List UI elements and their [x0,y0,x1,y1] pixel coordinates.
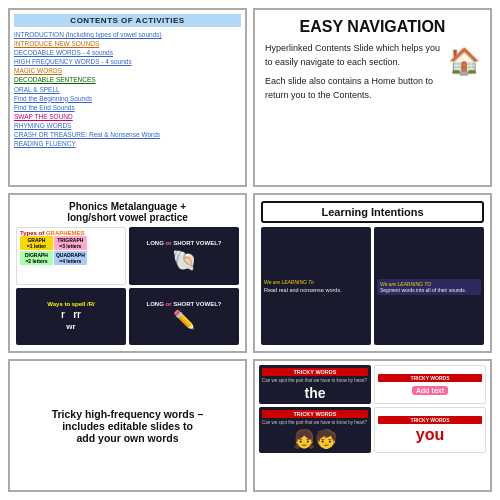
long-short-vowel-slide2: LONG or SHORT VOWEL? ✏️ [129,288,239,345]
tricky-slide-header2: TRICKY WORDS [378,374,482,382]
contents-item[interactable]: Find the Beginning Sounds [14,94,241,103]
nav-body-text1: Hyperlinked Contents Slide which helps y… [265,43,440,67]
pencil-icon: ✏️ [173,309,195,331]
ways-title: Ways to spell /R/ [47,301,94,307]
tricky-you-header: TRICKY WORDS [378,416,482,424]
graphemes-slide: Types of GRAPHEMES GRAPH=1 letter TRIGRA… [16,227,126,284]
learning-slide1-body: Read real and nonsense words. [264,287,368,293]
contents-item[interactable]: READING FLUENCY [14,139,241,148]
tricky-slide-the: TRICKY WORDS Can we spot the part that w… [259,365,371,404]
contents-title: CONTENTS OF ACTIVITIES [14,14,241,27]
learning-slide1: We are LEARNING To Read real and nonsens… [261,227,371,345]
tricky-slide-header3: TRICKY WORDS [262,410,368,418]
contents-item[interactable]: MAGIC WORDS [14,66,241,75]
quadraph-item: QUADRAPH=4 letters [54,251,87,265]
tricky-slide-you: TRICKY WORDS you [374,407,486,453]
contents-item[interactable]: CRASH OR TREASURE: Real & Nonsense Words [14,130,241,139]
tricky-slides-panel: TRICKY WORDS Can we spot the part that w… [253,359,492,492]
tricky-slide-addtext: TRICKY WORDS Add text [374,365,486,404]
contents-item[interactable]: DECODABLE WORDS - 4 sounds [14,48,241,57]
learning-inner-card: We are LEARNING TO Segment words into al… [377,279,481,295]
nav-title: EASY NAVIGATION [265,18,480,36]
ways-letters: r rrwr [61,309,81,331]
tricky-word-you: you [416,426,444,444]
tricky-slides-row1: TRICKY WORDS Can we spot the part that w… [259,365,486,404]
learning-panel: Learning Intentions We are LEARNING To R… [253,193,492,353]
tricky-slide-subtext1: Can we spot the part that we have to kno… [262,378,368,383]
contents-item[interactable]: ORAL & SPELL [14,85,241,94]
long-short-header2: LONG or SHORT VOWEL? [147,301,222,307]
learning-slide2-body: Segment words into all of their sounds. [380,287,478,293]
tricky-desc-panel: Tricky high-frequency words –includes ed… [8,359,247,492]
graphemes-grid: GRAPH=1 letter TRIGRAPH=3 letters DIGRAP… [20,236,87,265]
trigraph-item: TRIGRAPH=3 letters [54,236,87,250]
tricky-slides-row2: TRICKY WORDS Can we spot the part that w… [259,407,486,453]
main-container: CONTENTS OF ACTIVITIES INTRODUCTION (Inc… [0,0,500,500]
tricky-add-text[interactable]: Add text [412,386,448,395]
phonics-title: Phonics Metalanguage +long/short vowel p… [16,201,239,223]
nav-house-icon: 🏠 [448,42,480,81]
phonics-panel: Phonics Metalanguage +long/short vowel p… [8,193,247,353]
tricky-desc-title: Tricky high-frequency words –includes ed… [52,408,204,444]
tricky-word-the: the [262,385,368,401]
phonics-slides: Types of GRAPHEMES GRAPH=1 letter TRIGRA… [16,227,239,345]
ways-spell-slide: Ways to spell /R/ r rrwr [16,288,126,345]
shell-icon: 🐚 [147,248,222,272]
contents-panel: CONTENTS OF ACTIVITIES INTRODUCTION (Inc… [8,8,247,187]
tricky-slide-subtext3: Can we spot the part that we have to kno… [262,420,368,425]
digraph-item: DIGRAPH=2 letters [20,251,53,265]
contents-item[interactable]: SWAP THE SOUND [14,112,241,121]
tricky-slide-dark2: TRICKY WORDS Can we spot the part that w… [259,407,371,453]
learning-slides: We are LEARNING To Read real and nonsens… [261,227,484,345]
learning-slide1-top: We are LEARNING To [264,279,368,285]
contents-item[interactable]: HIGH FREQUENCY WORDS - 4 sounds [14,57,241,66]
contents-item[interactable]: INTRODUCE NEW SOUNDS [14,39,241,48]
tricky-slide-header1: TRICKY WORDS [262,368,368,376]
long-short-header: LONG or SHORT VOWEL? [147,240,222,246]
nav-panel: EASY NAVIGATION 🏠 Hyperlinked Contents S… [253,8,492,187]
contents-item[interactable]: Find the End Sounds [14,103,241,112]
learning-title: Learning Intentions [261,201,484,223]
contents-item[interactable]: RHYMING WORDS [14,121,241,130]
tricky-characters-icon: 👧🧒 [262,428,368,450]
learning-slide2: We are LEARNING TO Segment words into al… [374,227,484,345]
contents-item[interactable]: DECODABLE SENTENCES [14,75,241,84]
graph-item: GRAPH=1 letter [20,236,53,250]
nav-body: 🏠 Hyperlinked Contents Slide which helps… [265,42,480,102]
long-short-vowel-slide1: LONG or SHORT VOWEL? 🐚 [129,227,239,284]
contents-item[interactable]: INTRODUCTION (Including types of vowel s… [14,30,241,39]
